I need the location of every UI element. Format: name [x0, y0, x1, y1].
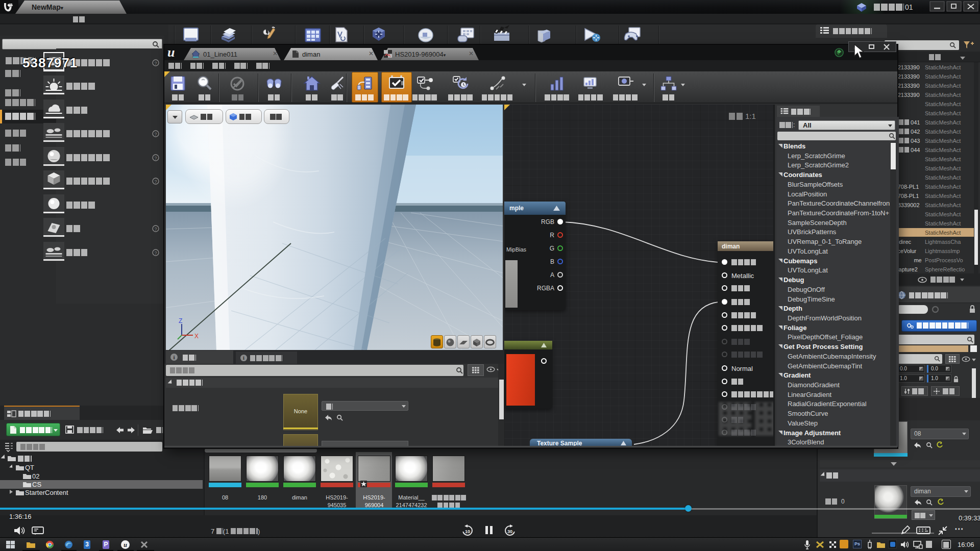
svg-text:?: ? — [154, 251, 157, 256]
svg-text:?: ? — [154, 227, 157, 232]
svg-text:?: ? — [154, 132, 157, 137]
svg-text:?: ? — [154, 61, 157, 66]
svg-text:Z: Z — [179, 317, 182, 324]
svg-text:i: i — [173, 354, 175, 360]
svg-text:?: ? — [154, 156, 157, 161]
svg-text:X: X — [194, 333, 199, 340]
svg-text:?: ? — [154, 179, 157, 184]
svg-text:i: i — [243, 355, 244, 361]
svg-text:u: u — [124, 541, 127, 548]
